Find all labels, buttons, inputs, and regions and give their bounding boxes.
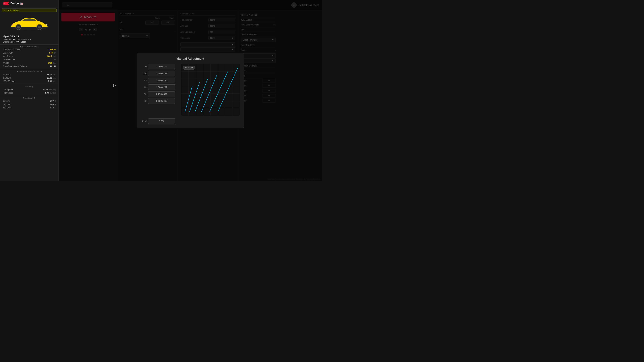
high-speed-row: High Speed -1.00 (Under): [0, 91, 58, 94]
bop-badge: ⚖ BoP Applied (M): [2, 8, 56, 12]
aspiration-value: NA: [28, 38, 31, 41]
accel-title: Acceleration Performance: [0, 69, 58, 73]
low-speed-note: (Neutral): [49, 89, 56, 90]
aspiration-label: / Aspiration: [16, 38, 26, 41]
pp-row: Performance Points PP 598.27: [0, 48, 58, 51]
accel-100-label: 100-150 km/h: [3, 80, 15, 82]
high-speed-note: (Under): [50, 92, 56, 94]
engine-details: Engine Model VX-I-Viper: [3, 41, 56, 43]
g240-value: 1.13: [50, 107, 54, 109]
drivetrain-label: Drivetrain: [3, 38, 11, 41]
max-torque-label: Max Torque: [3, 55, 13, 57]
gear-label-4: 4th: [141, 86, 147, 88]
g120-unit: G: [54, 104, 56, 105]
max-torque-unit: ft-lb: [53, 55, 56, 57]
gear-label-2: 2nd: [141, 72, 147, 75]
cursor-indicator: ▷: [113, 83, 116, 87]
accel-100-row: 100-150 km/h 2.61 sec.: [0, 80, 58, 83]
max-torque-row: Max Torque 600.7 ft-lb: [0, 55, 58, 58]
accel-1000-value: 20.48: [47, 77, 52, 79]
left-panel: // Dodge 🇺🇸 ⚖ BoP Applied (M): [0, 0, 59, 181]
car-name: Viper GTS '13: [3, 35, 56, 38]
svg-point-7: [46, 24, 48, 25]
balance-label: Front-Rear Weight Balance: [3, 65, 27, 67]
high-speed-value: -1.00: [44, 92, 49, 94]
g120-label: 120 km/h: [3, 103, 11, 106]
low-speed-value: -0.18: [44, 88, 48, 91]
gear-value-5[interactable]: 0.770 / 302: [148, 91, 175, 97]
accel-100-value: 2.61: [48, 80, 52, 82]
gear-row-3: 3rd1.190 / 195: [141, 78, 178, 83]
svg-point-6: [38, 26, 41, 28]
gear-value-1[interactable]: 2.260 / 102: [148, 64, 175, 69]
max-power-label: Max Power: [3, 52, 13, 54]
divider-1: [0, 69, 58, 69]
weight-unit: lbs.: [53, 62, 56, 64]
rpm-badge: 6300 rpm: [183, 66, 195, 70]
svg-text://: //: [4, 3, 5, 5]
pp-label: Performance Points: [3, 48, 20, 51]
dodge-logo: // Dodge 🇺🇸: [3, 2, 23, 5]
gear-label-1: 1st: [141, 65, 147, 68]
svg-marker-0: [3, 2, 10, 5]
g120-row: 120 km/h 1.09 G: [0, 103, 58, 106]
final-value-box[interactable]: 3.550: [148, 118, 175, 124]
low-speed-row: Low Speed -0.18 (Neutral): [0, 88, 58, 91]
flag-icon: 🇺🇸: [20, 2, 23, 5]
accel-400-label: 0-400 m: [3, 73, 10, 76]
accel-100-unit: sec.: [53, 80, 56, 82]
accel-1000-unit: sec.: [53, 77, 56, 79]
g60-value: 1.07: [50, 100, 54, 102]
gear-row-1: 1st2.260 / 102: [141, 64, 178, 69]
base-performance-title: Base Performance: [0, 44, 58, 48]
weight-value: 3430: [48, 62, 52, 64]
bop-label: BoP Applied (M): [6, 9, 19, 11]
left-header: // Dodge 🇺🇸: [0, 0, 58, 7]
car-image-area: [0, 13, 58, 33]
gear-value-3[interactable]: 1.190 / 195: [148, 78, 175, 83]
pp-value: 598.27: [50, 48, 56, 51]
balance-value: 50 : 50: [50, 65, 56, 67]
gear-value-4[interactable]: 1.000 / 232: [148, 84, 175, 90]
car-info: Viper GTS '13 Drivetrain FR / Aspiration…: [0, 33, 58, 44]
modal-title: Manual Adjustment: [141, 57, 240, 60]
gear-chart: 6300 rpm: [181, 64, 240, 116]
accel-400-row: 0-400 m 11.70 sec.: [0, 73, 58, 76]
accel-400-unit: sec.: [53, 74, 56, 76]
gear-label-5: 5th: [141, 93, 147, 95]
accel-1000-row: 0-1000 m 20.48 sec.: [0, 76, 58, 80]
displacement-unit: cc: [54, 59, 56, 61]
gear-table: 1st2.260 / 1022nd1.580 / 1473rd1.190 / 1…: [141, 64, 178, 116]
rotational-g-title: Rotational G: [0, 96, 58, 99]
scale-icon: ⚖: [4, 9, 5, 11]
g240-label: 240 km/h: [3, 107, 11, 109]
gear-label-6: 6th: [141, 100, 147, 102]
car-details: Drivetrain FR / Aspiration NA: [3, 38, 56, 41]
car-svg: [8, 15, 51, 32]
brand-name: Dodge: [10, 2, 19, 5]
accel-400-value: 11.70: [47, 73, 52, 76]
modal-overlay: Manual Adjustment 1st2.260 / 1022nd1.580…: [59, 0, 322, 181]
drivetrain-value: FR: [12, 38, 15, 41]
weight-row: Weight 3430 lbs.: [0, 61, 58, 65]
final-label: Final: [141, 120, 147, 122]
gear-value-2[interactable]: 1.580 / 147: [148, 71, 175, 76]
main-area: -- ☰ ● Edit Settings Sheet ⚠ Measure Mea…: [59, 0, 322, 181]
displacement-value: -: [53, 58, 53, 61]
gear-row-6: 6th0.630 / 410: [141, 98, 178, 104]
stability-title: Stability: [0, 84, 58, 88]
high-speed-label: High Speed: [3, 92, 13, 94]
max-torque-value: 600.7: [47, 55, 52, 57]
gear-label-3: 3rd: [141, 79, 147, 82]
g60-unit: G: [54, 100, 56, 102]
gear-row-2: 2nd1.580 / 147: [141, 71, 178, 76]
engine-value: VX-I-Viper: [16, 41, 26, 43]
g120-value: 1.09: [50, 103, 54, 106]
max-power-value: 640: [49, 52, 53, 54]
weight-label: Weight: [3, 62, 9, 64]
svg-point-8: [12, 24, 13, 25]
accel-1000-label: 0-1000 m: [3, 77, 11, 79]
g60-label: 60 km/h: [3, 100, 10, 102]
gear-value-6[interactable]: 0.630 / 410: [148, 98, 175, 104]
displacement-row: Displacement - cc: [0, 58, 58, 61]
